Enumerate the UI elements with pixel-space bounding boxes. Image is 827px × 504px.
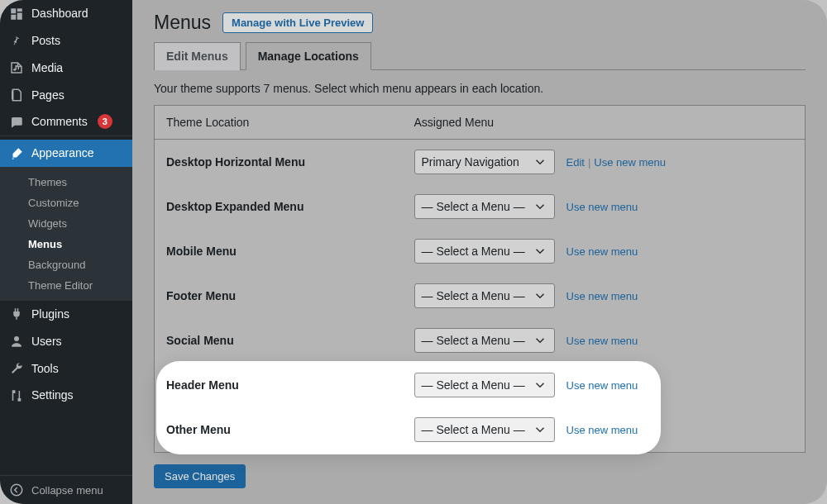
location-row-header-menu: Header Menu— Select a Menu —Use new menu [155, 363, 805, 407]
location-row-desktop-horizontal-menu: Desktop Horizontal MenuPrimary Navigatio… [155, 140, 805, 185]
location-row-footer-menu: Footer Menu— Select a Menu —Use new menu [155, 273, 805, 318]
location-row-other-menu: Other Menu— Select a Menu —Use new menu [155, 407, 805, 453]
location-name: Desktop Expanded Menu [155, 184, 403, 229]
media-icon [8, 60, 25, 76]
assigned-menu-select-desktop-expanded-menu[interactable]: — Select a Menu — [414, 194, 555, 219]
use-new-menu-link[interactable]: Use new menu [566, 201, 638, 213]
sidebar-item-dashboard[interactable]: Dashboard [0, 0, 132, 27]
edit-link[interactable]: Edit [566, 156, 585, 169]
location-name: Other Menu [155, 407, 403, 453]
comment-icon [8, 114, 25, 130]
chevron-down-icon [533, 155, 547, 169]
select-value: — Select a Menu — [422, 245, 525, 258]
location-name: Desktop Horizontal Menu [155, 140, 403, 185]
brush-icon [8, 145, 25, 161]
page-title: Menus [154, 12, 211, 34]
submenu-item-widgets[interactable]: Widgets [0, 213, 132, 234]
submenu-item-customize[interactable]: Customize [0, 193, 132, 213]
location-name: Mobile Menu [155, 229, 403, 273]
use-new-menu-link[interactable]: Use new menu [566, 424, 638, 436]
sidebar-item-label: Users [31, 335, 62, 348]
assigned-menu-select-social-menu[interactable]: — Select a Menu — [414, 328, 555, 353]
comments-badge: 3 [98, 114, 112, 129]
tab-manage-locations[interactable]: Manage Locations [246, 42, 371, 70]
help-text: Your theme supports 7 menus. Select whic… [154, 82, 805, 95]
sidebar-item-label: Settings [31, 388, 74, 402]
use-new-menu-link[interactable]: Use new menu [566, 335, 638, 347]
sidebar-item-posts[interactable]: Posts [0, 27, 132, 55]
sidebar-item-users[interactable]: Users [0, 327, 132, 354]
row-actions: Use new menu [566, 424, 638, 436]
row-actions: Use new menu [566, 335, 638, 347]
sidebar-item-settings[interactable]: Settings [0, 382, 132, 409]
sidebar-item-label: Pages [31, 88, 65, 102]
row-actions: Use new menu [566, 290, 638, 302]
plug-icon [8, 307, 25, 322]
row-actions: Use new menu [566, 201, 638, 213]
submenu-item-themes[interactable]: Themes [0, 172, 132, 193]
sidebar-item-plugins[interactable]: Plugins [0, 301, 132, 328]
sidebar-item-comments[interactable]: Comments3 [0, 108, 132, 136]
chevron-down-icon [533, 422, 547, 437]
chevron-down-icon [533, 199, 547, 214]
main-content: Menus Manage with Live Preview Edit Menu… [132, 0, 827, 504]
assigned-menu-select-header-menu[interactable]: — Select a Menu — [414, 373, 555, 397]
sidebar-item-label: Plugins [31, 307, 69, 321]
location-row-social-menu: Social Menu— Select a Menu —Use new menu [155, 318, 805, 363]
pin-icon [8, 33, 25, 49]
menu-locations-table: Theme Location Assigned Menu Desktop Hor… [154, 105, 805, 453]
column-header-location: Theme Location [155, 106, 403, 140]
sidebar-item-label: Media [31, 61, 63, 74]
sidebar-item-pages[interactable]: Pages [0, 81, 132, 108]
sidebar-item-label: Tools [31, 362, 59, 375]
location-name: Footer Menu [155, 273, 403, 318]
sidebar-item-label: Posts [31, 34, 60, 47]
select-value: Primary Navigation [422, 155, 519, 169]
location-row-desktop-expanded-menu: Desktop Expanded Menu— Select a Menu —Us… [155, 184, 805, 229]
row-actions: Use new menu [566, 245, 638, 258]
assigned-menu-select-desktop-horizontal-menu[interactable]: Primary Navigation [414, 150, 555, 174]
collapse-label: Collapse menu [31, 484, 103, 497]
assigned-menu-select-mobile-menu[interactable]: — Select a Menu — [414, 239, 555, 264]
chevron-down-icon [533, 333, 547, 348]
select-value: — Select a Menu — [422, 289, 525, 302]
row-actions: Edit|Use new menu [566, 156, 667, 169]
pages-icon [8, 87, 25, 102]
live-preview-button[interactable]: Manage with Live Preview [222, 12, 373, 33]
dashboard-icon [8, 6, 25, 21]
appearance-submenu: ThemesCustomizeWidgetsMenusBackgroundThe… [0, 167, 132, 301]
chevron-down-icon [533, 288, 547, 303]
select-value: — Select a Menu — [422, 200, 525, 213]
user-icon [8, 333, 25, 349]
sidebar-item-appearance[interactable]: Appearance [0, 140, 132, 167]
tools-icon [8, 360, 25, 376]
location-name: Header Menu [155, 363, 403, 407]
submenu-item-menus[interactable]: Menus [0, 234, 132, 254]
select-value: — Select a Menu — [422, 423, 525, 436]
row-actions: Use new menu [566, 379, 638, 392]
assigned-menu-select-other-menu[interactable]: — Select a Menu — [414, 417, 555, 442]
submenu-item-background[interactable]: Background [0, 254, 132, 275]
use-new-menu-link[interactable]: Use new menu [594, 156, 666, 169]
use-new-menu-link[interactable]: Use new menu [566, 290, 638, 302]
submenu-item-theme-editor[interactable]: Theme Editor [0, 275, 132, 296]
sidebar-item-label: Comments [31, 115, 88, 128]
admin-sidebar: DashboardPostsMediaPagesComments3Appeara… [0, 0, 132, 504]
chevron-down-icon [533, 244, 547, 259]
select-value: — Select a Menu — [422, 334, 525, 347]
tab-edit-menus[interactable]: Edit Menus [154, 42, 241, 70]
chevron-down-icon [533, 378, 547, 392]
sidebar-item-label: Appearance [31, 146, 94, 159]
collapse-icon [8, 483, 25, 497]
location-row-mobile-menu: Mobile Menu— Select a Menu —Use new menu [155, 229, 805, 273]
column-header-assigned: Assigned Menu [403, 106, 805, 140]
use-new-menu-link[interactable]: Use new menu [566, 379, 638, 392]
location-name: Social Menu [155, 318, 403, 363]
use-new-menu-link[interactable]: Use new menu [566, 245, 638, 258]
collapse-menu-button[interactable]: Collapse menu [0, 475, 132, 504]
sidebar-item-tools[interactable]: Tools [0, 354, 132, 382]
save-changes-button[interactable]: Save Changes [154, 464, 246, 488]
assigned-menu-select-footer-menu[interactable]: — Select a Menu — [414, 283, 555, 308]
sidebar-item-media[interactable]: Media [0, 55, 132, 82]
sidebar-item-label: Dashboard [31, 7, 88, 20]
